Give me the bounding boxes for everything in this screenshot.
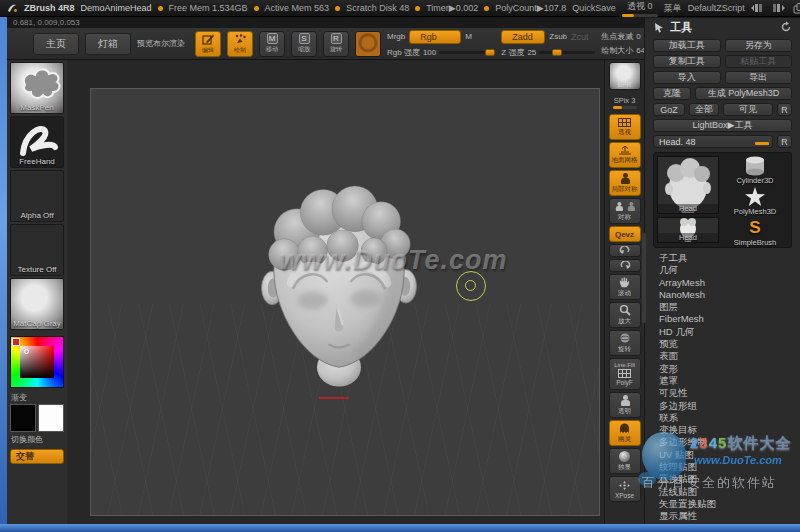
section-vector-displacement[interactable]: 矢量置换贴图	[645, 498, 800, 510]
section-hd-geometry[interactable]: HD 几何	[645, 326, 800, 338]
copy-tool-button[interactable]: 复制工具	[653, 55, 721, 68]
scale-button[interactable]: S 缩放	[291, 31, 317, 57]
restore-config-icon[interactable]	[780, 21, 792, 33]
panel-layout-right-icon[interactable]	[772, 3, 785, 14]
section-fibermesh[interactable]: FiberMesh	[645, 313, 800, 325]
transparency-button[interactable]: 透明	[609, 392, 641, 418]
section-contact[interactable]: 联系	[645, 412, 800, 424]
polyframe-button[interactable]: Line.Fill PolyF	[609, 358, 641, 390]
m-button[interactable]: M	[465, 32, 472, 41]
section-normal-map[interactable]: 法线贴图	[645, 486, 800, 498]
section-nanomesh[interactable]: NanoMesh	[645, 289, 800, 301]
rgb-intensity-slider[interactable]: Rgb 强度 100	[387, 47, 495, 58]
rotate-button[interactable]: R 旋转	[323, 31, 349, 57]
panel-back-arrow-icon[interactable]	[653, 21, 665, 33]
zadd-button[interactable]: Zadd	[501, 30, 545, 44]
bpr-render-button[interactable]: BPR	[609, 62, 641, 90]
zcut-button[interactable]: Zcut	[571, 30, 589, 44]
tool-item-head-active[interactable]: Head	[657, 156, 719, 214]
material-picker[interactable]: MatCap Gray	[10, 278, 64, 330]
section-surface[interactable]: 表面	[645, 350, 800, 362]
panel-layout-left-icon[interactable]	[751, 3, 764, 14]
redo-button[interactable]	[609, 259, 641, 272]
zsub-button[interactable]: Zsub	[549, 32, 567, 41]
local-symmetry-button[interactable]: 局部对称	[609, 170, 641, 196]
section-display-properties[interactable]: 显示属性	[645, 510, 800, 522]
secondary-color-swatch[interactable]	[38, 404, 64, 432]
stroke-picker[interactable]: FreeHand	[10, 116, 64, 168]
quicksave-button[interactable]: QuickSave	[572, 3, 616, 13]
section-masking[interactable]: 遮罩	[645, 375, 800, 387]
preview-boolean-button[interactable]: 预览布尔渲染	[137, 38, 189, 49]
lightbox-button[interactable]: 灯箱	[85, 33, 131, 55]
section-texture-map[interactable]: 纹理贴图	[645, 461, 800, 473]
default-zscript-button[interactable]: DefaultZScript	[688, 3, 745, 13]
scroll-button[interactable]: 滚动	[609, 274, 641, 300]
export-button[interactable]: 导出	[725, 71, 793, 84]
panel-divider-grip[interactable]	[642, 233, 646, 323]
goz-visible-button[interactable]: 可见	[723, 103, 773, 116]
brush-picker[interactable]: MaskPen	[10, 62, 64, 114]
tool-item-head[interactable]: Head	[657, 217, 719, 243]
slider-handle[interactable]	[552, 49, 562, 56]
main-color-swatch[interactable]	[10, 404, 36, 432]
section-displacement-map[interactable]: 置换贴图	[645, 473, 800, 485]
active-tool-r-button[interactable]: R	[777, 135, 792, 148]
tool-item-cylinder3d[interactable]: Cylinder3D	[722, 156, 788, 185]
goz-all-button[interactable]: 全部	[689, 103, 719, 116]
current-tool-thumbnail[interactable]	[355, 31, 381, 57]
section-deformation[interactable]: 变形	[645, 363, 800, 375]
section-visibility[interactable]: 可见性	[645, 387, 800, 399]
clone-button[interactable]: 克隆	[653, 87, 691, 100]
undo-button[interactable]	[609, 244, 641, 257]
lightbox-tool-button[interactable]: LightBox▶工具	[653, 119, 792, 132]
floor-grid-button[interactable]: 地面网格	[609, 142, 641, 168]
paste-tool-button[interactable]: 粘贴工具	[725, 55, 793, 68]
save-as-button[interactable]: 另存为	[725, 39, 793, 52]
section-polygroups[interactable]: 多边形组	[645, 400, 800, 412]
rgb-button[interactable]: Rgb	[409, 30, 461, 44]
goz-r-button[interactable]: R	[777, 103, 792, 116]
tool-item-polymesh3d[interactable]: PolyMesh3D	[722, 187, 788, 216]
mrgb-button[interactable]: Mrgb	[387, 32, 405, 41]
section-morph-target[interactable]: 变换目标	[645, 424, 800, 436]
sculpt-head-model[interactable]	[251, 161, 427, 401]
color-picker[interactable]	[10, 336, 64, 388]
rotate3d-button[interactable]: 旋转	[609, 330, 641, 356]
load-tool-button[interactable]: 加载工具	[653, 39, 721, 52]
import-button[interactable]: 导入	[653, 71, 721, 84]
document-viewport[interactable]: www.DuoTe.com	[90, 88, 600, 516]
symmetry-button[interactable]: 对称	[609, 198, 641, 224]
ghost-button[interactable]: 幽灵	[609, 420, 641, 446]
texture-picker[interactable]: Texture Off	[10, 224, 64, 276]
qevz-button[interactable]: Qevz	[609, 226, 641, 242]
copy-layout-icon[interactable]	[793, 3, 800, 14]
section-uv-map[interactable]: UV 贴图	[645, 449, 800, 461]
zoom3d-button[interactable]: 放大	[609, 302, 641, 328]
home-button[interactable]: 主页	[33, 33, 79, 55]
section-arraymesh[interactable]: ArrayMesh	[645, 277, 800, 289]
menu-button[interactable]: 菜单	[664, 2, 682, 15]
swap-color-button[interactable]: 交替	[10, 449, 64, 464]
edit-button[interactable]: 编辑	[195, 31, 221, 57]
draw-button[interactable]: 绘制	[227, 31, 253, 57]
z-intensity-slider[interactable]: Z 强度 25	[501, 47, 595, 58]
goz-button[interactable]: GoZ	[653, 103, 685, 116]
solo-button[interactable]: 独显	[609, 448, 641, 474]
move-button[interactable]: M 移动	[259, 31, 285, 57]
section-layers[interactable]: 图层	[645, 301, 800, 313]
color-marker-icon[interactable]	[24, 349, 29, 354]
section-preview[interactable]: 预览	[645, 338, 800, 350]
section-subtool[interactable]: 子工具	[645, 252, 800, 264]
section-geometry[interactable]: 几何	[645, 264, 800, 276]
tool-item-simplebrush[interactable]: S SimpleBrush	[722, 218, 788, 247]
spix-slider[interactable]: SPix 3	[609, 92, 641, 112]
xpose-button[interactable]: XPose	[609, 476, 641, 502]
make-polymesh3d-button[interactable]: 生成 PolyMesh3D	[695, 87, 792, 100]
slider-handle[interactable]	[485, 49, 495, 56]
perspective-track-slider[interactable]: 透视 0	[622, 0, 658, 17]
section-polypaint[interactable]: 多边形绘制	[645, 436, 800, 448]
alpha-picker[interactable]: Alpha Off	[10, 170, 64, 222]
perspective-button[interactable]: 透视	[609, 114, 641, 140]
active-tool-bar[interactable]: Head. 48	[653, 135, 773, 148]
